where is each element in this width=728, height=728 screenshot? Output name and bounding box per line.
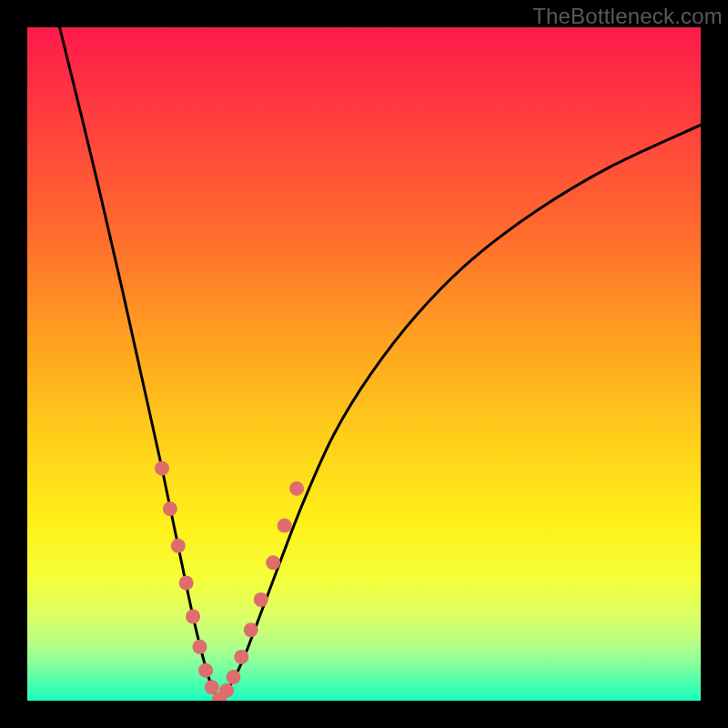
bottleneck-curve-left-branch bbox=[60, 27, 219, 701]
marker-point bbox=[186, 610, 200, 624]
marker-point bbox=[234, 650, 248, 664]
marker-point bbox=[226, 670, 240, 684]
marker-point bbox=[254, 592, 268, 607]
chart-container: TheBottleneck.com bbox=[0, 0, 728, 728]
marker-point bbox=[244, 622, 258, 637]
marker-point bbox=[155, 461, 169, 476]
watermark-text: TheBottleneck.com bbox=[532, 4, 723, 29]
marker-point bbox=[205, 680, 219, 694]
marker-point bbox=[266, 555, 280, 570]
marker-point bbox=[278, 519, 292, 533]
marker-point bbox=[219, 683, 234, 698]
marker-point bbox=[192, 640, 207, 654]
bottleneck-curve-right-branch bbox=[219, 125, 701, 701]
plot-area bbox=[27, 27, 701, 701]
marker-point bbox=[289, 481, 304, 496]
marker-point bbox=[179, 576, 194, 591]
curve-svg-layer bbox=[27, 27, 701, 701]
marker-point bbox=[163, 501, 177, 516]
marker-point bbox=[198, 663, 213, 678]
marker-point bbox=[171, 539, 186, 553]
